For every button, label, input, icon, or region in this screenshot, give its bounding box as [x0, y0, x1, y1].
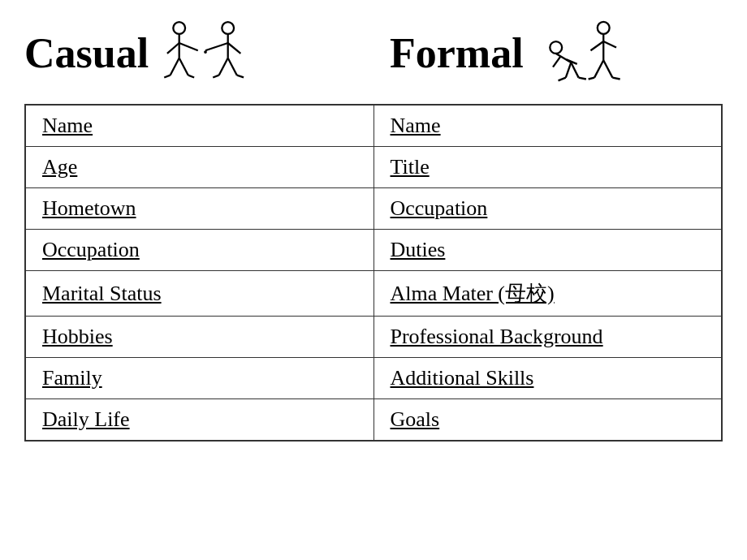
- svg-line-19: [590, 41, 603, 50]
- formal-cell-1: Title: [374, 147, 722, 188]
- formal-cell-5: Professional Background: [374, 317, 722, 358]
- casual-title: Casual: [24, 29, 149, 77]
- svg-line-4: [171, 58, 179, 75]
- svg-line-5: [179, 58, 188, 75]
- casual-cell-3: Occupation: [25, 230, 374, 271]
- formal-title: Formal: [390, 29, 524, 77]
- svg-line-13: [219, 58, 228, 75]
- casual-cell-5: Hobbies: [25, 317, 374, 358]
- page-header: Casual: [16, 16, 731, 89]
- table-row: OccupationDuties: [25, 230, 722, 271]
- casual-cell-2: Hometown: [25, 188, 374, 230]
- formal-cell-7: Goals: [374, 399, 722, 442]
- svg-line-6: [164, 75, 170, 78]
- svg-line-14: [228, 58, 237, 75]
- casual-icon: [157, 16, 254, 89]
- svg-point-17: [597, 22, 609, 34]
- casual-cell-4: Marital Status: [25, 271, 374, 317]
- casual-cell-7: Daily Life: [25, 399, 374, 442]
- casual-section: Casual: [24, 16, 357, 89]
- svg-point-0: [173, 22, 185, 34]
- svg-line-12: [228, 43, 241, 54]
- table-row: Daily LifeGoals: [25, 399, 722, 442]
- svg-line-20: [603, 41, 616, 47]
- svg-line-21: [594, 60, 603, 77]
- comparison-table: NameNameAgeTitleHometownOccupationOccupa…: [24, 104, 723, 442]
- table-row: AgeTitle: [25, 147, 722, 188]
- svg-line-22: [603, 60, 612, 77]
- svg-line-31: [558, 78, 565, 81]
- table-row: Marital StatusAlma Mater (母校): [25, 271, 722, 317]
- svg-point-25: [550, 41, 562, 54]
- casual-cell-0: Name: [25, 105, 374, 147]
- svg-point-9: [222, 22, 234, 34]
- svg-line-32: [578, 78, 585, 80]
- formal-cell-0: Name: [374, 105, 722, 147]
- formal-cell-2: Occupation: [374, 188, 722, 230]
- formal-cell-4: Alma Mater (母校): [374, 271, 722, 317]
- svg-line-16: [237, 75, 244, 78]
- casual-cell-6: Family: [25, 358, 374, 399]
- casual-cell-1: Age: [25, 147, 374, 188]
- table-row: HometownOccupation: [25, 188, 722, 230]
- svg-line-23: [588, 78, 594, 80]
- table-row: NameName: [25, 105, 722, 147]
- svg-line-2: [179, 43, 198, 50]
- svg-line-11: [205, 43, 228, 50]
- formal-section: Formal: [390, 16, 723, 89]
- svg-line-3: [167, 43, 179, 54]
- formal-cell-6: Additional Skills: [374, 358, 722, 399]
- table-row: HobbiesProfessional Background: [25, 317, 722, 358]
- svg-line-24: [612, 78, 620, 80]
- svg-line-30: [571, 62, 578, 78]
- formal-icon: [532, 16, 637, 89]
- svg-line-29: [565, 62, 571, 78]
- formal-cell-3: Duties: [374, 230, 722, 271]
- svg-line-7: [188, 75, 194, 78]
- svg-line-15: [213, 75, 218, 78]
- table-row: FamilyAdditional Skills: [25, 358, 722, 399]
- svg-line-27: [553, 57, 560, 67]
